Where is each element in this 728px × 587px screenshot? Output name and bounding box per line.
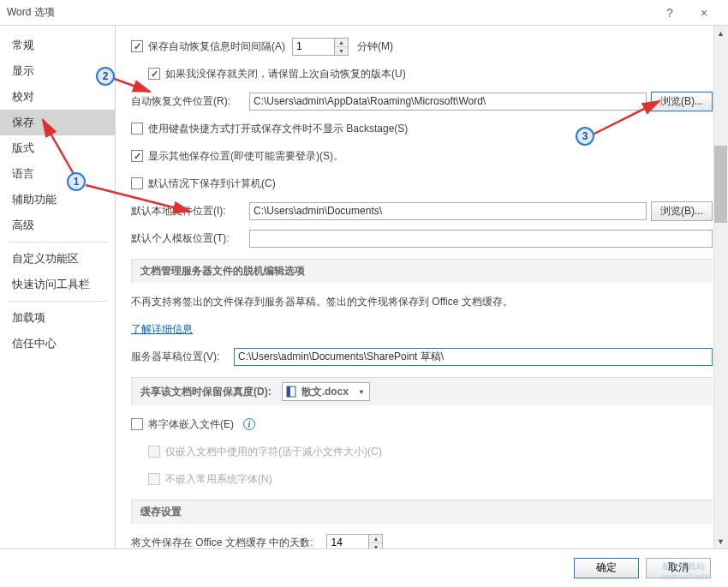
autorecover-unit-label: 分钟(M) (357, 39, 393, 54)
sidebar-item-proofing[interactable]: 校对 (0, 84, 115, 110)
cache-days-label: 将文件保存在 Office 文档缓存 中的天数: (131, 536, 313, 549)
autorecover-label: 保存自动恢复信息时间间隔(A) (148, 39, 285, 54)
server-draft-label: 服务器草稿位置(V): (131, 350, 227, 364)
chevron-down-icon: ▼ (355, 388, 367, 396)
sidebar-item-save[interactable]: 保存 (0, 110, 115, 135)
keep-last-label: 如果我没保存就关闭，请保留上次自动恢复的版本(U) (165, 67, 406, 81)
sidebar-item-quick-access[interactable]: 快速访问工具栏 (0, 272, 115, 297)
cache-section-header: 缓存设置 (131, 500, 713, 524)
autorecover-checkbox[interactable] (131, 40, 143, 52)
fidelity-doc-name: 散文.docx (301, 385, 349, 399)
autorecover-spinner[interactable]: ▲▼ (335, 38, 349, 56)
default-computer-checkbox[interactable] (131, 177, 143, 189)
dialog-footer: 确定 取消 极光下载站 www.xz7.com (0, 548, 728, 586)
document-icon (286, 386, 298, 398)
learn-more-link[interactable]: 了解详细信息 (131, 322, 193, 337)
offline-note: 不再支持将签出的文件保存到服务器草稿。签出的文件现将保存到 Office 文档缓… (131, 295, 513, 309)
embed-fonts-label: 将字体嵌入文件(E) (148, 417, 234, 432)
window-title: Word 选项 (7, 5, 653, 20)
cancel-button[interactable]: 取消 (646, 558, 711, 578)
default-computer-label: 默认情况下保存到计算机(C) (148, 177, 276, 191)
default-local-label: 默认本地文件位置(I): (131, 204, 242, 219)
backstage-label: 使用键盘快捷方式打开或保存文件时不显示 Backstage(S) (148, 122, 408, 136)
show-other-label: 显示其他保存位置(即使可能需要登录)(S)。 (148, 149, 343, 164)
cache-days-input[interactable] (326, 534, 369, 549)
sidebar-item-display[interactable]: 显示 (0, 58, 115, 84)
server-draft-input[interactable] (234, 348, 713, 366)
cache-days-spinner[interactable]: ▲▼ (369, 534, 383, 549)
default-template-label: 默认个人模板位置(T): (131, 231, 242, 246)
sidebar-item-advanced[interactable]: 高级 (0, 213, 115, 238)
sidebar-item-addins[interactable]: 加载项 (0, 305, 115, 331)
help-button[interactable]: ? (653, 1, 687, 25)
autorecover-loc-input[interactable] (249, 93, 647, 111)
default-template-input[interactable] (249, 230, 713, 248)
embed-used-label: 仅嵌入文档中使用的字符(适于减小文件大小)(C) (165, 445, 382, 459)
sidebar-item-layout[interactable]: 版式 (0, 135, 115, 161)
sidebar-item-accessibility[interactable]: 辅助功能 (0, 187, 115, 213)
embed-system-checkbox (148, 473, 160, 485)
embed-used-checkbox (148, 446, 160, 458)
scroll-down-icon[interactable]: ▼ (714, 534, 727, 548)
ok-button[interactable]: 确定 (574, 558, 639, 578)
vertical-scrollbar[interactable]: ▲ ▼ (713, 26, 728, 548)
titlebar: Word 选项 ? × (0, 0, 728, 26)
sidebar-item-trust-center[interactable]: 信任中心 (0, 331, 115, 356)
svg-rect-1 (287, 386, 290, 397)
browse-autorecover-button[interactable]: 浏览(B)... (651, 92, 713, 111)
autorecover-loc-label: 自动恢复文件位置(R): (131, 94, 242, 109)
fidelity-header-label: 共享该文档时保留保真度(D): (140, 385, 272, 399)
embed-system-label: 不嵌入常用系统字体(N) (165, 472, 272, 487)
sidebar-item-language[interactable]: 语言 (0, 161, 115, 187)
embed-fonts-checkbox[interactable] (131, 418, 143, 430)
fidelity-section-header: 共享该文档时保留保真度(D): 散文.docx ▼ (131, 377, 713, 405)
sidebar-item-general[interactable]: 常规 (0, 33, 115, 58)
scrollbar-thumb[interactable] (714, 146, 727, 223)
default-local-input[interactable] (249, 202, 647, 220)
browse-local-button[interactable]: 浏览(B)... (651, 201, 713, 221)
show-other-checkbox[interactable] (131, 150, 143, 162)
close-button[interactable]: × (687, 1, 721, 25)
content-pane: 保存自动恢复信息时间间隔(A) ▲▼ 分钟(M) 如果我没保存就关闭，请保留上次… (116, 26, 728, 548)
sidebar: 常规 显示 校对 保存 版式 语言 辅助功能 高级 自定义功能区 快速访问工具栏… (0, 26, 116, 548)
info-icon[interactable]: i (243, 418, 255, 430)
keep-last-checkbox[interactable] (148, 68, 160, 80)
sidebar-item-customize-ribbon[interactable]: 自定义功能区 (0, 246, 115, 272)
fidelity-doc-combo[interactable]: 散文.docx ▼ (282, 382, 370, 401)
backstage-checkbox[interactable] (131, 123, 143, 135)
scroll-up-icon[interactable]: ▲ (714, 26, 727, 40)
autorecover-minutes-input[interactable] (292, 38, 335, 56)
offline-section-header: 文档管理服务器文件的脱机编辑选项 (131, 259, 713, 283)
